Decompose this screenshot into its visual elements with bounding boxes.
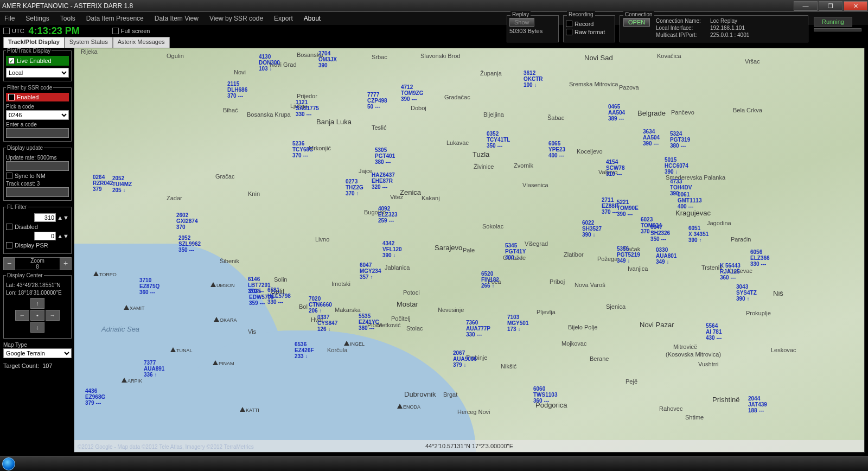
track-label[interactable]: 3710EZ875Q360 --- (139, 277, 159, 295)
track-label[interactable]: 7103MGY501173 ↓ (507, 314, 528, 332)
track-label[interactable]: 3612OKCTR100 ↓ (524, 70, 543, 88)
nav-up-button[interactable]: ↑ (30, 298, 44, 309)
menu-export[interactable]: Export (274, 15, 293, 22)
track-coast-input[interactable] (6, 187, 69, 197)
track-label[interactable]: 4154SCW78310 --- (606, 159, 624, 177)
track-label[interactable]: 7377AUA891336 ↑ (144, 360, 164, 378)
track-label[interactable]: HAZ6437EHE87R320 --- (372, 172, 395, 190)
track-label[interactable]: 4436EZ968G379 --- (85, 388, 105, 406)
zoom-out-button[interactable]: − (3, 257, 15, 270)
track-label[interactable]: 6047SH2326350 --- (650, 224, 670, 242)
track-label[interactable]: 7360AUA777P330 --- (466, 320, 490, 338)
fl-high-input[interactable] (34, 213, 56, 222)
start-orb-icon[interactable] (2, 457, 15, 470)
zoom-in-button[interactable]: + (60, 257, 72, 270)
menu-file[interactable]: File (4, 15, 15, 22)
track-label[interactable]: 0273THZ2G370 ↑ (346, 179, 363, 196)
city-label: Doboj (411, 105, 426, 111)
track-label[interactable]: 6022SH3527390 ↓ (582, 220, 602, 238)
fl-disabled-checkbox[interactable] (6, 224, 12, 230)
track-label[interactable]: 2711EZ88R370 --- (602, 197, 618, 215)
track-label[interactable]: 6520FIN182266 ↑ (481, 271, 499, 289)
menu-data-item-presence[interactable]: Data Item Presence (86, 15, 144, 22)
maximize-button[interactable]: ❐ (819, 1, 843, 11)
rawformat-checkbox[interactable] (566, 29, 572, 35)
record-checkbox[interactable] (566, 21, 572, 27)
track-label[interactable]: K 56443RJA125360 --- (720, 263, 741, 281)
track-label[interactable]: 5356PGT5219349 ↓ (617, 246, 640, 264)
nav-left-button[interactable]: ← (15, 310, 29, 321)
track-label[interactable]: 2115DLH686370 --- (227, 81, 247, 99)
taskbar[interactable] (0, 456, 868, 471)
track-label[interactable]: 2052TUI4MZ205 ↓ (112, 175, 132, 193)
track-label[interactable]: 1121SAS1775330 --- (296, 99, 319, 117)
track-label[interactable]: 4342VFL120390 ↓ (382, 240, 402, 258)
track-label[interactable]: 2067AUA9006379 ↓ (453, 350, 477, 368)
city-label: Stolac (406, 325, 423, 332)
ssr-enabled-checkbox[interactable] (8, 94, 15, 100)
sidebar: Plot/Track Display ✓ Live Enabled Local … (3, 48, 72, 453)
track-label[interactable]: 5015HCC6074390 ↓ (665, 157, 688, 175)
fullscreen-checkbox[interactable] (112, 28, 119, 34)
open-button[interactable]: OPEN (623, 18, 650, 27)
menu-tools[interactable]: Tools (60, 15, 75, 22)
track-label[interactable]: 7020CTN6660206 ↑ (309, 296, 332, 314)
nav-down-button[interactable]: ↓ (30, 322, 44, 333)
ssr-code-select[interactable]: 0246 (6, 110, 69, 120)
track-label[interactable]: 2052SZL9962350 --- (178, 235, 201, 253)
display-psr-checkbox[interactable] (6, 242, 12, 249)
track-label[interactable]: 5305PGT401380 --- (375, 147, 395, 165)
tab-system-status[interactable]: System Status (65, 37, 113, 48)
track-label[interactable]: 0330AUA801349 ↓ (656, 247, 676, 265)
track-label[interactable]: 5535EZ41YC380 --- (359, 313, 379, 331)
track-label[interactable]: 2704OM3JX390 (318, 50, 337, 68)
track-label[interactable]: 5221TOM90E390 --- (617, 199, 639, 217)
track-label[interactable]: 4130DON300103 ↓ (259, 54, 280, 72)
fl-low-input[interactable] (34, 232, 56, 240)
ssr-code-input[interactable] (6, 128, 69, 138)
track-label[interactable]: 6536EZ426F233 ↓ (295, 341, 314, 359)
track-label[interactable]: 0061GMT1113400 --- (678, 192, 701, 209)
track-label[interactable]: 5345PGT41Y400 --- (505, 243, 526, 260)
track-label[interactable]: 3634AA504390 --- (643, 129, 660, 147)
track-label[interactable]: 4712TOM9ZG390 --- (401, 84, 423, 102)
track-label[interactable]: 5236TCY68C370 --- (292, 141, 313, 158)
close-button[interactable]: ✕ (844, 1, 867, 11)
nav-center-button[interactable]: • (30, 310, 44, 321)
live-enabled-row[interactable]: ✓ Live Enabled (6, 56, 69, 66)
menu-data-item-view[interactable]: Data Item View (155, 15, 199, 22)
track-label[interactable]: 0337CYS847126 ↓ (317, 314, 337, 332)
track-label[interactable]: 0465AA504389 --- (608, 104, 625, 122)
track-label[interactable]: 3043SYS4TZ390 ↑ (736, 284, 757, 302)
waypoint-icon (397, 404, 403, 409)
track-label[interactable]: 6065YPE23400 --- (548, 141, 565, 158)
track-label[interactable]: 6056ELZ366330 --- (750, 249, 770, 267)
update-rate-input[interactable] (6, 161, 69, 171)
minimize-button[interactable]: — (794, 1, 818, 11)
track-label[interactable]: 6581HEE5798330 --- (267, 287, 291, 305)
track-label[interactable]: 6047MGY234357 ↑ (360, 262, 381, 280)
track-label[interactable]: 5564AI 781430 --- (706, 323, 722, 341)
tab-asterix-messages[interactable]: Asterix Messages (113, 37, 170, 48)
utc-checkbox[interactable] (3, 28, 10, 34)
source-select[interactable]: Local (6, 68, 69, 78)
ssr-enabled-row[interactable]: Enabled (6, 93, 69, 101)
map-canvas[interactable]: Adriatic Sea RijekaOgulinNovi GradBosans… (74, 48, 865, 453)
track-label[interactable]: 2044JAT439188 --- (748, 396, 767, 413)
track-label[interactable]: 5324PGT319380 --- (670, 131, 690, 149)
nav-right-button[interactable]: → (46, 310, 60, 321)
track-label[interactable]: 0352TCY41TL350 --- (487, 131, 510, 149)
track-label[interactable]: 2602GXI2874370 (176, 212, 197, 230)
track-label[interactable]: 4092ELZ323259 --- (378, 206, 398, 224)
track-label[interactable]: 6051X 34351390 ↑ (688, 225, 709, 243)
tab-track-plot[interactable]: Track/Plot Display (3, 37, 65, 48)
track-label[interactable]: 7777CZP49850 --- (367, 92, 387, 110)
menu-settings[interactable]: Settings (25, 15, 49, 22)
replay-show-button[interactable]: Show (509, 18, 534, 27)
track-label[interactable]: 0264RZR042379 (93, 174, 113, 192)
maptype-select[interactable]: Google Terrain (3, 348, 72, 358)
track-label[interactable]: 6060TWS1103360 --- (533, 386, 557, 404)
menu-view-ssr[interactable]: View by SSR code (209, 15, 263, 22)
menu-about[interactable]: About (304, 15, 321, 22)
sync-nm-checkbox[interactable] (6, 173, 12, 179)
